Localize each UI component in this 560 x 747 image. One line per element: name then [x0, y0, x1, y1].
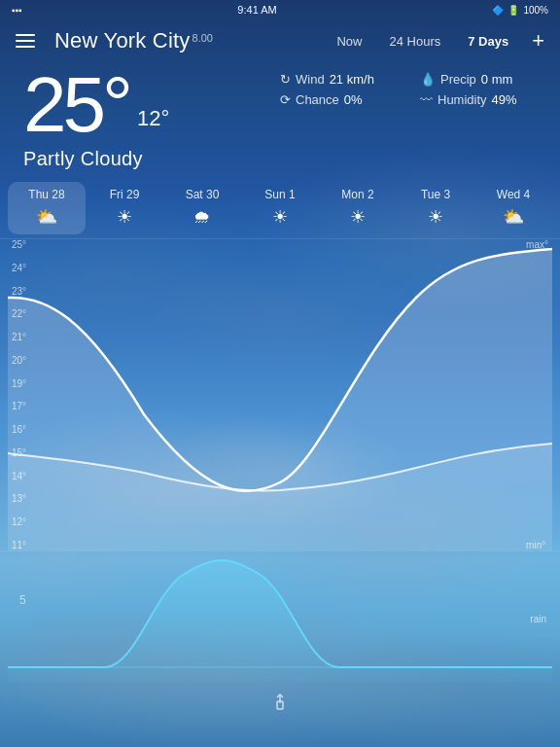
chance-value: 0% [344, 92, 363, 107]
forecast-day-3[interactable]: Sun 1 ☀ [241, 182, 319, 234]
forecast-day-5[interactable]: Tue 3 ☀ [397, 182, 474, 234]
status-bar: ▪▪▪ 9:41 AM 🔷 🔋 100% [0, 0, 560, 19]
menu-line-3 [16, 46, 35, 48]
stats-section: ↻ Wind 21 km/h 💧 Precip 0 mm ⟳ Chance 0%… [280, 66, 537, 107]
day-label-1: Fri 29 [110, 188, 140, 201]
rain-fill [8, 560, 552, 682]
city-name: New York City [54, 28, 191, 53]
battery-indicator: 🔷 🔋 100% [492, 5, 548, 16]
humidity-label: Humidity [438, 92, 487, 107]
precip-stat: 💧 Precip 0 mm [420, 72, 537, 87]
nav-buttons: Now 24 Hours 7 Days + [332, 30, 544, 52]
forecast-day-2[interactable]: Sat 30 🌧 [163, 182, 241, 234]
battery-icon: 🔋 [508, 5, 519, 16]
share-icon [270, 694, 290, 713]
rain-graph-svg: 5 [8, 555, 552, 682]
current-weather: 25°12° Partly Cloudy ↻ Wind 21 km/h 💧 Pr… [0, 62, 560, 178]
precip-icon: 💧 [420, 72, 436, 87]
separator-2 [0, 551, 560, 551]
day-icon-5: ☀ [428, 205, 443, 229]
chance-stat: ⟳ Chance 0% [280, 92, 397, 107]
nav-now-button[interactable]: Now [332, 32, 366, 51]
add-location-button[interactable]: + [532, 30, 544, 52]
day-icon-4: ☀ [350, 205, 366, 229]
nav-24h-button[interactable]: 24 Hours [385, 32, 444, 51]
forecast-day-6[interactable]: Wed 4 ⛅ [474, 182, 552, 234]
clock: 9:41 AM [237, 4, 276, 16]
chance-icon: ⟳ [280, 92, 291, 107]
day-label-3: Sun 1 [264, 188, 295, 201]
bottom-bar [0, 686, 560, 726]
stats-row-1: ↻ Wind 21 km/h 💧 Precip 0 mm [280, 72, 537, 87]
wind-icon: ↻ [280, 72, 291, 87]
day-icon-2: 🌧 [193, 205, 211, 229]
rain-graph-area: rain 5 [0, 555, 560, 682]
day-label-0: Thu 28 [28, 188, 64, 201]
rain-label: rain [530, 614, 546, 624]
day-icon-6: ⛅ [503, 205, 524, 229]
menu-line-2 [16, 40, 35, 42]
weather-condition: Partly Cloudy [23, 148, 169, 170]
day-label-6: Wed 4 [497, 188, 530, 201]
bluetooth-icon: 🔷 [492, 5, 504, 16]
signal-indicator: ▪▪▪ [12, 5, 22, 16]
humidity-value: 49% [492, 92, 517, 107]
humidity-icon: 〰 [420, 92, 433, 107]
temperature-display: 25°12° [23, 66, 169, 144]
day-icon-1: ☀ [117, 205, 132, 229]
day-icon-3: ☀ [272, 205, 288, 229]
stats-row-2: ⟳ Chance 0% 〰 Humidity 49% [280, 92, 537, 107]
forecast-day-4[interactable]: Mon 2 ☀ [319, 182, 397, 234]
city-title: New York City8.00 [54, 28, 213, 53]
forecast-days-row: Thu 28 ⛅ Fri 29 ☀ Sat 30 🌧 Sun 1 ☀ Mon 2… [0, 178, 560, 238]
chance-label: Chance [296, 92, 339, 107]
city-elevation: 8.00 [192, 32, 213, 44]
day-label-2: Sat 30 [186, 188, 220, 201]
humidity-stat: 〰 Humidity 49% [420, 92, 537, 107]
day-label-4: Mon 2 [341, 188, 373, 201]
wind-label: Wind [296, 72, 325, 87]
menu-line-1 [16, 34, 35, 36]
day-label-5: Tue 3 [421, 188, 450, 201]
menu-button[interactable] [16, 27, 43, 54]
current-temp: 25° [23, 61, 129, 148]
header: New York City8.00 Now 24 Hours 7 Days + [0, 19, 560, 62]
rain-5mm-label: 5 [19, 593, 26, 607]
feels-like-temp: 12° [137, 106, 169, 130]
temperature-section: 25°12° Partly Cloudy [23, 66, 169, 170]
precip-value: 0 mm [481, 72, 513, 87]
day-icon-0: ⛅ [36, 205, 57, 229]
wind-value: 21 km/h [330, 72, 374, 87]
share-button[interactable] [270, 694, 290, 718]
forecast-day-0[interactable]: Thu 28 ⛅ [8, 182, 86, 234]
precip-label: Precip [440, 72, 476, 87]
wind-stat: ↻ Wind 21 km/h [280, 72, 397, 87]
nav-7days-button[interactable]: 7 Days [464, 32, 512, 51]
temperature-graph-svg [8, 239, 552, 551]
battery-level: 100% [523, 5, 548, 16]
temperature-graph-area: 25° 24° 23° 22° 21° 20° 19° 17° 16° 15° … [0, 239, 560, 551]
forecast-day-1[interactable]: Fri 29 ☀ [86, 182, 163, 234]
